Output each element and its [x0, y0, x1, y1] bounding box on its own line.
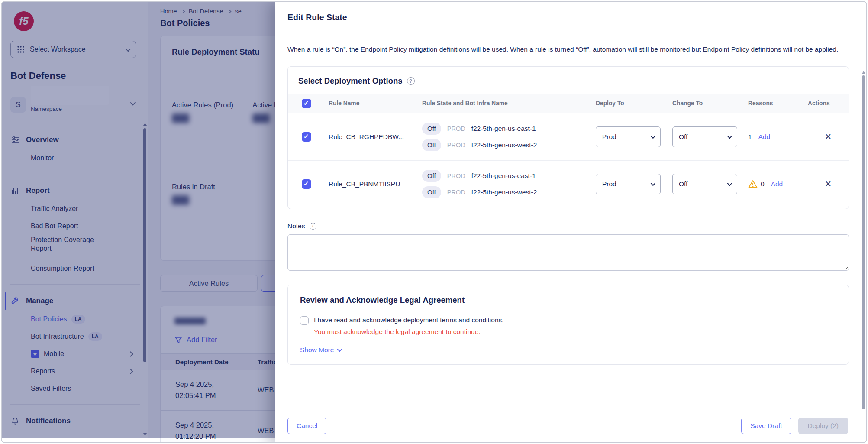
cancel-button[interactable]: Cancel — [287, 418, 326, 434]
options-table-header: Rule Name Rule State and Bot Infra Name … — [288, 94, 849, 113]
rule-row: Rule_CB_PBNMTIISPU Off PROD f22-5th-gen-… — [288, 161, 849, 209]
deployment-options-card: Select Deployment Options ? Rule Name Ru… — [287, 66, 849, 209]
add-reason-link[interactable]: Add — [771, 180, 783, 188]
col-reasons: Reasons — [748, 100, 808, 107]
edit-rule-state-drawer: Edit Rule State When a rule is “On”, the… — [275, 2, 866, 442]
change-to-select[interactable]: Off — [672, 126, 737, 147]
rule-state-pill: Off — [422, 139, 441, 151]
env-label: PROD — [447, 125, 465, 132]
env-label: PROD — [447, 142, 465, 149]
notes-textarea[interactable] — [287, 234, 849, 271]
scroll-up-arrow[interactable] — [862, 71, 865, 74]
drawer-title: Edit Rule State — [287, 13, 854, 23]
reasons-count: 1 — [748, 133, 752, 141]
chevron-down-icon — [337, 347, 342, 351]
infra-name: f22-5th-gen-us-east-1 — [471, 125, 536, 133]
chevron-down-icon — [651, 181, 655, 185]
rule-state-pill: Off — [422, 170, 441, 182]
remove-row-icon[interactable]: ✕ — [825, 133, 832, 141]
env-label: PROD — [447, 172, 465, 179]
drawer-header: Edit Rule State — [275, 2, 866, 32]
row-checkbox[interactable] — [302, 179, 311, 189]
col-rule-state: Rule State and Bot Infra Name — [422, 100, 596, 107]
scrollbar-thumb[interactable] — [862, 75, 865, 409]
notes-section: Notes i — [287, 222, 849, 272]
reasons-count: 0 — [761, 180, 765, 188]
help-icon[interactable]: ? — [407, 77, 415, 85]
infra-name: f22-5th-gen-us-west-2 — [471, 141, 537, 149]
deploy-button[interactable]: Deploy (2) — [798, 418, 849, 434]
drawer-body: When a rule is “On”, the Endpoint Policy… — [275, 32, 866, 409]
legal-checkbox[interactable] — [300, 316, 309, 325]
chevron-down-icon — [651, 133, 655, 138]
legal-title: Review and Acknowledge Legal Agreement — [300, 295, 836, 305]
notes-label: Notes — [287, 222, 305, 230]
legal-checkbox-label: I have read and acknowledge deployment t… — [314, 316, 504, 324]
legal-error-message: You must acknowledge the legal agreement… — [314, 328, 836, 336]
rule-name: Rule_CB_RGHPEDBW... — [329, 133, 422, 141]
drawer-footer: Cancel Save Draft Deploy (2) — [275, 409, 866, 442]
show-more-link[interactable]: Show More — [300, 346, 836, 354]
col-deploy-to: Deploy To — [596, 100, 672, 107]
legal-agreement-card: Review and Acknowledge Legal Agreement I… — [287, 285, 849, 365]
change-to-select[interactable]: Off — [672, 174, 737, 194]
scroll-down-arrow[interactable] — [862, 363, 865, 366]
chevron-down-icon — [727, 133, 732, 138]
col-actions: Actions — [808, 100, 849, 107]
divider — [755, 133, 755, 141]
infra-name: f22-5th-gen-us-east-1 — [471, 172, 536, 180]
rule-state-pill: Off — [422, 123, 441, 135]
rule-state-pill: Off — [422, 186, 441, 198]
rule-row: Rule_CB_RGHPEDBW... Off PROD f22-5th-gen… — [288, 113, 849, 161]
select-all-checkbox[interactable] — [302, 99, 311, 108]
remove-row-icon[interactable]: ✕ — [825, 180, 832, 188]
infra-name: f22-5th-gen-us-west-2 — [471, 188, 537, 196]
divider — [768, 180, 768, 188]
add-reason-link[interactable]: Add — [758, 133, 771, 141]
drawer-scrollbar[interactable] — [862, 71, 865, 366]
rule-name: Rule_CB_PBNMTIISPU — [329, 180, 422, 188]
deployment-options-title: Select Deployment Options — [298, 76, 403, 86]
deploy-to-select[interactable]: Prod — [596, 174, 661, 194]
env-label: PROD — [447, 189, 465, 196]
warning-icon — [748, 180, 758, 188]
info-icon[interactable]: i — [310, 223, 316, 230]
row-checkbox[interactable] — [302, 132, 311, 142]
chevron-down-icon — [727, 181, 732, 185]
app-window: f5 Select Workspace Bot Defense S Namesp… — [1, 1, 867, 443]
col-rule-name: Rule Name — [329, 100, 422, 107]
deploy-to-select[interactable]: Prod — [596, 126, 661, 147]
drawer-description: When a rule is “On”, the Endpoint Policy… — [287, 44, 849, 55]
save-draft-button[interactable]: Save Draft — [741, 418, 791, 434]
col-change-to: Change To — [672, 100, 748, 107]
